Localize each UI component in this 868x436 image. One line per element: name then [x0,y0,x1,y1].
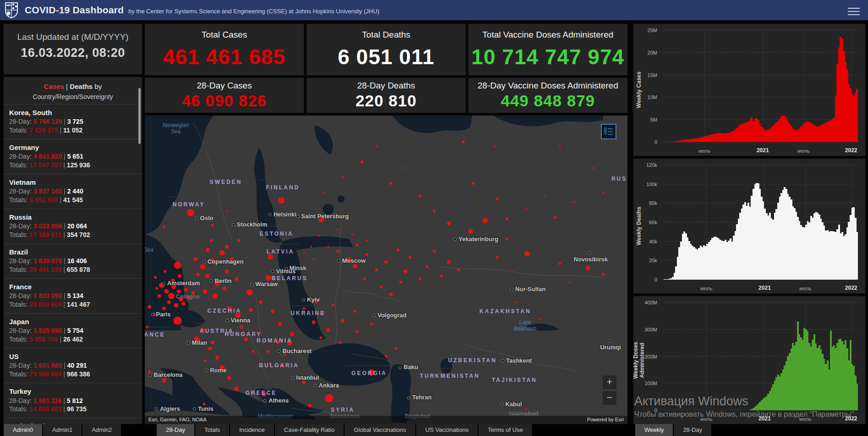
legend-button[interactable] [601,124,616,139]
y-tick-label: 200M [644,354,657,359]
country-name: Korea, South [9,108,137,117]
list-item-germany[interactable]: Germany28-Day: 4 841 820 | 5 651Totals: … [4,139,142,174]
x-tick-label: июль [698,148,710,154]
tab-admin2[interactable]: Admin2 [82,424,121,436]
country-totals-line: Totals: 23 834 604 | 141 467 [9,300,137,309]
country-totals-line: Totals: 6 552 918 | 41 545 [9,196,137,204]
y-tick-label: 10M [648,94,657,100]
map-zoom-out-button[interactable]: − [603,391,616,405]
bar-series [664,30,858,142]
tab-admin1[interactable]: Admin1 [43,424,82,436]
list-item-france[interactable]: France28-Day: 1 833 090 | 5 134Totals: 2… [4,278,142,313]
y-tick-label: 20k [649,258,657,263]
country-name: Brazil [9,248,137,257]
country-totals-line: Totals: 5 855 769 | 26 462 [9,335,137,344]
stat-label: Total Vaccine Doses Administered [468,30,627,40]
x-axis: июль2021июль2022 [664,146,858,154]
stat-label: 28-Day Cases [145,81,304,91]
y-axis: 0100M200M300M400M [633,303,661,410]
tab-28-day[interactable]: 28-Day [674,424,711,436]
stat-total-cases: Total Cases461 461 685 [145,24,304,75]
map-attribution-bar: Esri, Garmin, FAO, NOAA Powered by Esri [145,416,627,424]
country-name: US [9,352,137,361]
legend-list-icon [604,127,613,136]
list-item-netherlands[interactable]: Netherlands28-Day: 1 510 422 | 354Totals… [4,418,142,424]
bar-series [664,303,858,410]
y-tick-label: 120k [646,162,657,168]
country-name: Russia [9,213,137,222]
country-28day-line: 28-Day: 3 837 165 | 2 440 [9,187,137,196]
metric-tabs: 28-DayTotalsIncidenceCase-Fatality Ratio… [157,424,533,436]
list-item-brazil[interactable]: Brazil28-Day: 1 839 078 | 16 406Totals: … [4,243,142,278]
country-totals-line: Totals: 17 547 357 | 125 936 [9,161,137,170]
y-tick-label: 15M [648,72,657,78]
tab-28-day[interactable]: 28-Day [157,424,194,436]
list-item-korea-south[interactable]: Korea, South28-Day: 5 766 129 | 3 725Tot… [4,104,142,139]
stat-value: 220 810 [307,92,466,110]
tab-incidence[interactable]: Incidence [230,424,274,436]
hamburger-menu-icon[interactable] [848,6,860,17]
stat-value: 461 461 685 [145,44,304,69]
page-title: COVID-19 Dashboard [25,5,124,16]
last-updated-value: 16.03.2022, 08:20 [4,46,142,60]
stat-label: 28-Day Vaccine Doses Administered [468,81,627,91]
last-updated-panel: Last Updated at (M/D/YYYY) 16.03.2022, 0… [4,24,142,74]
y-tick-label: 60k [649,220,657,225]
list-item-russia[interactable]: Russia28-Day: 3 022 056 | 20 064Totals: … [4,209,142,243]
country-28day-line: 28-Day: 4 841 820 | 5 651 [9,152,137,161]
country-list-header: Cases | Deaths by [4,77,142,93]
country-name: Japan [9,317,137,326]
x-tick-label: июль [700,286,712,291]
tab-us-vaccinations[interactable]: US Vaccinations [416,424,478,436]
y-tick-label: 80k [649,200,657,206]
country-list-panel: Cases | Deaths by Country/Region/Soverei… [4,77,142,424]
country-28day-line: 28-Day: 1 591 116 | 5 812 [9,397,137,405]
stat-value: 6 051 011 [307,44,466,69]
y-tick-label: 0 [654,408,657,413]
map-canvas [145,116,627,424]
country-list-subheader: Country/Region/Sovereignty [4,93,142,104]
deaths-header-label: Deaths [70,83,93,90]
bottom-tab-bar: Admin0Admin1Admin2 28-DayTotalsIncidence… [0,424,868,436]
tab-case-fatality-ratio[interactable]: Case-Fatality Ratio [275,424,344,436]
tab-terms-of-use[interactable]: Terms of Use [478,424,532,436]
x-tick-label: июль [700,416,712,422]
tab-weekly[interactable]: Weekly [635,424,673,436]
x-tick-label: 2022 [845,415,857,422]
country-totals-line: Totals: 14 600 683 | 96 735 [9,405,137,414]
stat-value: 449 848 879 [468,92,627,110]
country-list-scrollbar[interactable] [138,88,141,144]
list-item-vietnam[interactable]: Vietnam28-Day: 3 837 165 | 2 440Totals: … [4,174,142,209]
country-totals-line: Totals: 7 629 275 | 11 052 [9,126,137,135]
last-updated-label: Last Updated at (M/D/YYYY) [4,32,142,42]
list-item-japan[interactable]: Japan28-Day: 1 825 090 | 5 754Totals: 5 … [4,313,142,348]
chart-plot [664,30,858,142]
y-tick-label: 300M [644,327,657,332]
x-tick-label: 2021 [758,415,771,422]
country-totals-line: Totals: 79 586 694 | 966 386 [9,370,137,379]
map-land [145,116,627,424]
country-28day-line: 28-Day: 1 825 090 | 5 754 [9,326,137,335]
x-tick-label: июль [799,416,811,422]
country-28day-line: 28-Day: 1 839 078 | 16 406 [9,257,137,265]
list-item-us[interactable]: US28-Day: 1 601 688 | 40 291Totals: 79 5… [4,348,142,383]
y-axis: 05M10M15M20M25M [633,30,661,142]
world-map[interactable]: Norwegian SeaNorth SeaLake BalkhashMedit… [145,116,627,424]
y-tick-label: 0 [654,139,657,145]
page-subtitle: by the Center for Systems Science and En… [128,8,379,15]
tab-totals[interactable]: Totals [195,424,229,436]
weekly-deaths-chart: Weekly Deaths020k40k60k80k100k120kиюль20… [633,159,865,293]
map-zoom-in-button[interactable]: + [603,375,616,389]
chart-plot [664,165,858,280]
list-item-turkey[interactable]: Turkey28-Day: 1 591 116 | 5 812Totals: 1… [4,383,142,418]
country-name: Vietnam [9,178,137,187]
y-tick-label: 400M [644,300,657,305]
country-28day-line: 28-Day: 3 022 056 | 20 064 [9,222,137,231]
jhu-shield-logo [5,2,18,18]
country-28day-line: 28-Day: 5 766 129 | 3 725 [9,117,137,126]
country-name: Germany [9,143,137,152]
country-28day-line: 28-Day: 1 601 688 | 40 291 [9,361,137,370]
tab-admin0[interactable]: Admin0 [4,424,42,436]
y-axis: 020k40k60k80k100k120k [633,165,661,280]
tab-global-vaccinations[interactable]: Global Vaccinations [345,424,415,436]
